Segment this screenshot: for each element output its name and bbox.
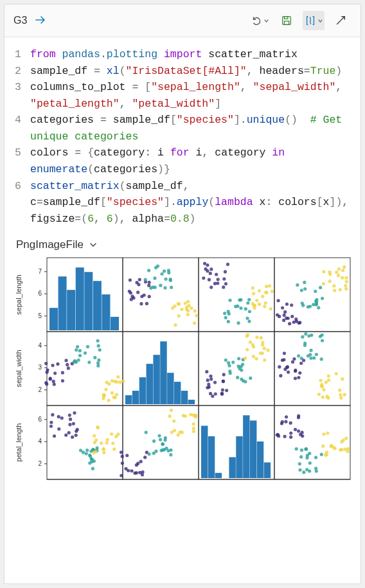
svg-point-413 — [91, 448, 94, 451]
svg-point-372 — [335, 372, 338, 375]
line-number: 1 — [13, 46, 30, 63]
svg-point-74 — [163, 287, 166, 290]
svg-point-505 — [283, 435, 287, 438]
svg-point-247 — [111, 391, 114, 395]
svg-point-143 — [258, 289, 261, 292]
code-line[interactable]: 6scatter_matrix(sample_df, c=sample_df["… — [13, 178, 352, 227]
svg-point-85 — [186, 313, 190, 316]
svg-point-312 — [249, 341, 252, 344]
svg-point-142 — [252, 292, 255, 296]
python-editor-panel: G3 1from pandas.plotting import scatter_… — [4, 4, 361, 584]
code-line[interactable]: 4categories = sample_df["species"].uniqu… — [13, 112, 352, 145]
svg-point-317 — [259, 352, 262, 355]
output-header[interactable]: PngImageFile — [4, 229, 361, 255]
code-line[interactable]: 2sample_df = xl("IrisDataSet[#All]", hea… — [13, 63, 352, 80]
svg-point-99 — [224, 282, 227, 285]
svg-point-220 — [67, 366, 70, 370]
svg-point-519 — [300, 449, 303, 452]
svg-point-137 — [251, 287, 254, 290]
code-content[interactable]: from pandas.plotting import scatter_matr… — [30, 46, 352, 63]
svg-point-112 — [206, 263, 209, 267]
code-editor[interactable]: 1from pandas.plotting import scatter_mat… — [4, 37, 361, 229]
undo-button[interactable] — [249, 11, 271, 30]
svg-point-255 — [111, 379, 114, 382]
save-button[interactable] — [276, 11, 298, 30]
svg-point-119 — [228, 299, 231, 302]
code-line[interactable]: 1from pandas.plotting import scatter_mat… — [13, 46, 352, 63]
svg-point-483 — [192, 422, 195, 425]
svg-point-122 — [236, 321, 240, 325]
svg-point-189 — [333, 289, 336, 292]
svg-point-115 — [222, 286, 225, 289]
svg-point-336 — [297, 376, 300, 379]
svg-point-238 — [75, 348, 78, 352]
svg-point-181 — [314, 299, 317, 303]
svg-rect-487 — [201, 426, 208, 478]
svg-point-186 — [296, 283, 299, 287]
svg-point-373 — [327, 379, 330, 382]
svg-point-389 — [69, 418, 72, 421]
svg-point-105 — [215, 273, 218, 276]
svg-point-335 — [294, 370, 297, 373]
svg-point-240 — [84, 352, 87, 355]
svg-point-474 — [168, 414, 171, 418]
svg-point-514 — [277, 434, 280, 438]
svg-rect-262 — [132, 391, 139, 404]
svg-point-301 — [224, 359, 227, 362]
svg-text:2: 2 — [38, 460, 42, 467]
svg-point-106 — [209, 272, 212, 275]
goto-arrow-icon[interactable] — [35, 13, 48, 28]
svg-point-217 — [66, 363, 69, 366]
svg-rect-268 — [174, 382, 181, 404]
expand-button[interactable] — [330, 11, 352, 30]
chevron-down-icon — [89, 240, 98, 249]
svg-point-111 — [216, 281, 219, 285]
svg-text:6: 6 — [38, 290, 42, 297]
svg-point-62 — [137, 283, 140, 286]
svg-point-172 — [321, 297, 324, 300]
output-mode-button[interactable] — [303, 11, 325, 30]
code-content[interactable]: columns_to_plot = ["sepal_length", "sepa… — [30, 79, 352, 112]
code-content[interactable]: categories = sample_df["species"].unique… — [30, 112, 352, 145]
svg-point-245 — [116, 375, 120, 379]
code-content[interactable]: colors = {category: i for i, category in… — [30, 145, 352, 177]
svg-point-528 — [308, 452, 311, 455]
svg-point-225 — [96, 339, 100, 343]
svg-point-302 — [240, 378, 243, 381]
svg-point-406 — [85, 449, 89, 452]
svg-point-353 — [310, 334, 313, 337]
svg-point-385 — [73, 411, 76, 414]
svg-point-218 — [46, 368, 49, 371]
svg-point-70 — [151, 286, 154, 289]
code-line[interactable]: 5colors = {category: i for i, category i… — [13, 145, 352, 177]
svg-point-214 — [53, 383, 56, 386]
svg-point-414 — [88, 454, 91, 457]
svg-point-51 — [145, 302, 148, 305]
svg-point-322 — [261, 343, 264, 346]
svg-point-88 — [186, 300, 190, 303]
chevron-down-icon — [263, 18, 269, 24]
svg-rect-263 — [139, 377, 146, 404]
svg-point-344 — [300, 357, 303, 360]
undo-icon — [251, 15, 262, 26]
svg-point-481 — [177, 433, 180, 436]
svg-point-432 — [106, 438, 109, 441]
svg-point-148 — [271, 290, 274, 293]
svg-point-162 — [281, 307, 284, 310]
svg-point-192 — [339, 288, 342, 291]
svg-point-54 — [130, 295, 134, 298]
svg-point-291 — [249, 377, 252, 380]
svg-point-182 — [317, 306, 320, 309]
code-content[interactable]: scatter_matrix(sample_df, c=sample_df["s… — [30, 178, 352, 227]
svg-point-371 — [339, 396, 343, 400]
cell-reference: G3 — [13, 15, 30, 26]
line-number: 6 — [13, 178, 30, 195]
svg-point-152 — [253, 304, 256, 307]
expand-icon — [335, 15, 346, 26]
svg-point-477 — [194, 414, 197, 417]
svg-point-221 — [52, 380, 55, 383]
svg-point-259 — [102, 397, 105, 400]
svg-point-219 — [53, 371, 57, 375]
code-content[interactable]: sample_df = xl("IrisDataSet[#All]", head… — [30, 63, 352, 80]
code-line[interactable]: 3columns_to_plot = ["sepal_length", "sep… — [13, 79, 352, 112]
